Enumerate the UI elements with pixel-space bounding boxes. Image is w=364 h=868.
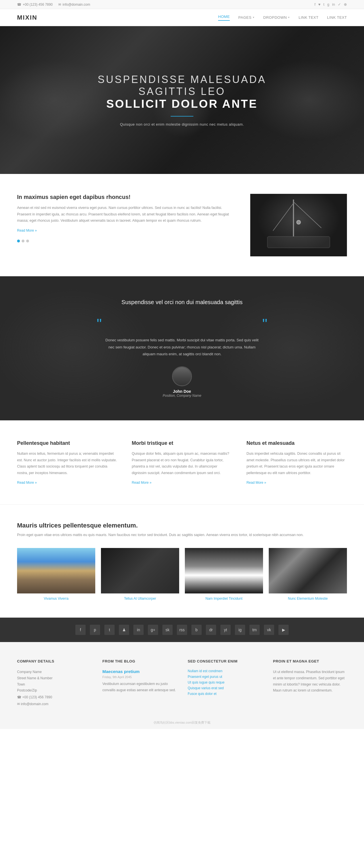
gallery-label-1[interactable]: Vivamus Viverra	[44, 596, 68, 600]
dot-3[interactable]	[26, 240, 29, 242]
phone-number: +00 (123) 456 7890	[23, 3, 53, 6]
footer-company-name: Company Name	[17, 669, 91, 675]
svg-point-4	[296, 220, 301, 224]
gallery-label-2[interactable]: Tellus At Ullamcorper	[124, 596, 156, 600]
footer-col-company: Company Details Company Name Street Name…	[17, 659, 91, 707]
intro-read-more[interactable]: Read More	[17, 228, 37, 232]
nav-dropdown[interactable]: DROPDOWN	[263, 16, 290, 20]
col-2-body: Quisque dolor felis, aliquam quis ipsum …	[132, 451, 232, 476]
social-bar: f p t ♟ in g+ sk rss b dr yt ig tm vk ▶	[0, 618, 364, 642]
gallery-section: Mauris ultrices pellentesque elementum. …	[0, 504, 364, 618]
dot-2[interactable]	[22, 240, 25, 242]
social-rss-icon[interactable]: ⊕	[344, 2, 347, 6]
footer-link-3[interactable]: Ut quis iugue quis reque	[188, 680, 262, 684]
quote-close: "	[262, 317, 267, 331]
social-bar-google[interactable]: g+	[148, 625, 158, 635]
intro-left: In maximus sapien eget dapibus rhoncus! …	[17, 194, 233, 242]
watermark-text: 仿闻鸟社区bbs.vieniao.com回复免费下截	[154, 721, 211, 724]
footer-link-4[interactable]: Quisque varius erat sed	[188, 686, 262, 690]
col-3-read-more[interactable]: Read More	[247, 480, 266, 485]
col-1-read-more[interactable]: Read More	[17, 480, 37, 485]
email-address: info@domain.com	[63, 3, 90, 6]
testimonial-position: Position, Company Name	[17, 394, 347, 398]
testimonial-avatar	[172, 366, 192, 386]
testimonial-quote: Donec vestibulum posuere felis sed matti…	[104, 337, 260, 358]
social-check-icon[interactable]: ✓	[338, 2, 341, 6]
social-bar-twitter[interactable]: t	[104, 625, 115, 635]
col-2-read-more[interactable]: Read More	[132, 480, 151, 485]
navbar: Mixin HOME PAGES DROPDOWN LINK TEXT LINK…	[0, 9, 364, 26]
footer-company-phone: ☎ +00 (123) 456 7890	[17, 694, 91, 701]
social-bar-pinterest[interactable]: p	[90, 625, 100, 635]
footer-link-1[interactable]: Nullam id est condmen	[188, 669, 262, 673]
nav-pages[interactable]: PAGES	[238, 16, 255, 20]
col-3-title: Netus et malesuada	[247, 440, 347, 446]
col-3: Netus et malesuada Duis imperdiet vehicu…	[247, 440, 347, 485]
gallery-grid: Vivamus Viverra Tellus At Ullamcorper Na…	[17, 548, 347, 600]
social-twitter-icon[interactable]: t	[323, 2, 325, 6]
nav-link-text-2[interactable]: LINK TEXT	[327, 16, 347, 20]
social-bar-blogger[interactable]: b	[191, 625, 202, 635]
col-1: Pellentesque habitant Nullam eros tellus…	[17, 440, 117, 485]
footer-company-email: ✉ info@domain.com	[17, 701, 91, 707]
intro-image	[250, 194, 347, 256]
footer-col-blog: From The Blog Maecenas pretium Friday, 9…	[102, 659, 176, 707]
hero-title-thin: SUSPENDISSE MALESUADA SAGITTIS LEO	[83, 73, 281, 97]
testimonial-content: Suspendisse vel orci non dui malesuada s…	[17, 299, 347, 398]
col-1-body: Nullam eros tellus, fermentum id purus a…	[17, 451, 117, 476]
phone-info: ☎ +00 (123) 456 7890	[17, 3, 53, 6]
gallery-subtext: Proin eget quam vitae eros ultrices matt…	[17, 532, 347, 538]
social-bar-instagram[interactable]: ig	[235, 625, 245, 635]
svg-rect-0	[250, 194, 347, 256]
nav-link-text-1[interactable]: LINK TEXT	[299, 16, 318, 20]
social-bar-lastfm[interactable]: ♟	[119, 625, 129, 635]
quote-open: "	[97, 317, 102, 331]
social-bar-tumblr[interactable]: tm	[249, 625, 260, 635]
social-bar-youtube2[interactable]: ▶	[278, 625, 289, 635]
phone-icon-footer: ☎	[17, 695, 22, 699]
gallery-thumb-3[interactable]	[185, 548, 263, 593]
social-bar-dribbble[interactable]: dr	[206, 625, 216, 635]
social-google-icon[interactable]: g	[327, 2, 329, 6]
social-bar-facebook[interactable]: f	[75, 625, 86, 635]
social-linkedin-icon[interactable]: in	[332, 2, 335, 6]
gallery-thumb-2[interactable]	[101, 548, 179, 593]
social-bar-linkedin[interactable]: in	[133, 625, 144, 635]
top-bar-social: f ♥ t g in ✓ ⊕	[314, 2, 347, 6]
dot-1[interactable]	[17, 240, 20, 242]
testimonial-section: Suspendisse vel orci non dui malesuada s…	[0, 276, 364, 421]
svg-line-3	[273, 203, 294, 231]
social-bar-vk[interactable]: vk	[264, 625, 274, 635]
social-bar-skype[interactable]: sk	[162, 625, 173, 635]
watermark-bar: 仿闻鸟社区bbs.vieniao.com回复免费下截	[0, 719, 364, 729]
svg-line-2	[294, 203, 321, 228]
social-bar-rss[interactable]: rss	[177, 625, 187, 635]
footer-blog-post-title[interactable]: Maecenas pretium	[102, 669, 176, 674]
slider-dots	[17, 240, 233, 242]
footer-blog-date: Friday, 9th April 2045	[102, 675, 176, 679]
footer-link-5[interactable]: Fusce quis dolor et	[188, 692, 262, 696]
footer-proin-body: Ut ut eleifend massa. Phasellus tincidun…	[273, 669, 347, 693]
footer-company-title: Company Details	[17, 659, 91, 663]
three-col-section: Pellentesque habitant Nullam eros tellus…	[0, 421, 364, 504]
gallery-item-1: Vivamus Viverra	[17, 548, 95, 600]
gallery-thumb-4[interactable]	[269, 548, 347, 593]
email-info: ✉ info@domain.com	[58, 3, 90, 6]
social-facebook-icon[interactable]: f	[314, 2, 316, 6]
social-bar-youtube[interactable]: yt	[220, 625, 231, 635]
footer-link-2[interactable]: Praesent eget purus ut	[188, 675, 262, 679]
testimonial-heading: Suspendisse vel orci non dui malesuada s…	[17, 299, 347, 306]
footer-links-title: Sed Consectetur Enim	[188, 659, 262, 663]
gallery-thumb-1[interactable]	[17, 548, 95, 593]
col-1-title: Pellentesque habitant	[17, 440, 117, 446]
gallery-label-4[interactable]: Nunc Elementum Molestie	[288, 596, 328, 600]
nav-home[interactable]: HOME	[218, 14, 230, 21]
svg-point-5	[297, 221, 300, 224]
gallery-label-3[interactable]: Nam Imperdiet Tincidunt	[205, 596, 242, 600]
email-icon-footer: ✉	[17, 702, 21, 706]
gallery-item-3: Nam Imperdiet Tincidunt	[185, 548, 263, 600]
hero-title-bold: SOLLICIT DOLOR ANTE	[83, 97, 281, 110]
social-pinterest-icon[interactable]: ♥	[318, 2, 321, 6]
footer-blog-title-heading: From The Blog	[102, 659, 176, 663]
footer-proin-title: Proin Et Magna Eget	[273, 659, 347, 663]
